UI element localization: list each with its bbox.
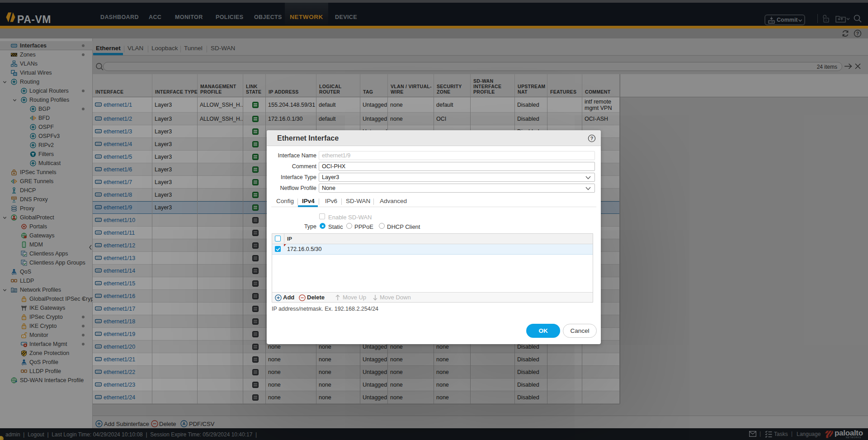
svg-text:?: ?: [590, 136, 593, 141]
